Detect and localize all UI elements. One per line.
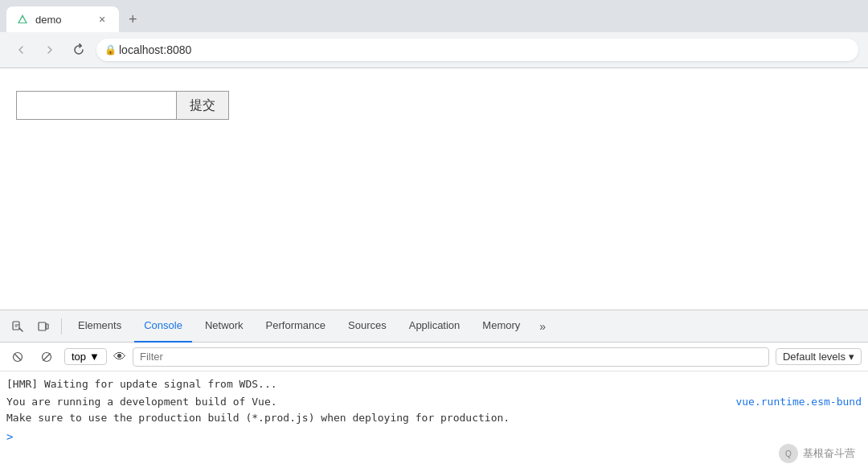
svg-rect-2	[13, 322, 19, 330]
svg-rect-4	[46, 324, 48, 329]
back-button[interactable]	[10, 39, 32, 61]
tab-close-button[interactable]: ×	[95, 12, 109, 27]
console-output: [HMR] Waiting for update signal from WDS…	[0, 371, 868, 448]
watermark-icon: Q	[779, 444, 798, 463]
tab-memory[interactable]: Memory	[473, 310, 530, 343]
devtools-panel: Elements Console Network Performance Sou…	[0, 310, 868, 448]
console-line-vue-warn: You are running a development build of V…	[0, 395, 868, 408]
page-content: 提交	[0, 68, 868, 310]
console-line-vue-warn-source[interactable]: vue.runtime.esm-bund	[735, 396, 862, 408]
submit-button[interactable]: 提交	[177, 91, 229, 120]
toolbar-separator	[61, 318, 62, 334]
eye-icon: 👁	[113, 350, 126, 364]
console-levels-selector[interactable]: Default levels ▾	[776, 348, 862, 365]
console-context-selector[interactable]: top ▼	[64, 348, 107, 365]
watermark: Q 基根奋斗营	[779, 444, 855, 463]
console-line-hmr: [HMR] Waiting for update signal from WDS…	[0, 375, 868, 395]
address-input[interactable]	[96, 39, 858, 61]
forward-button[interactable]	[39, 39, 61, 61]
tab-bar: demo × +	[0, 0, 868, 32]
console-block-button[interactable]	[35, 346, 58, 368]
tab-title: demo	[35, 14, 88, 26]
address-wrapper: 🔒	[96, 39, 858, 61]
svg-line-8	[43, 353, 51, 360]
browser-tab[interactable]: demo ×	[6, 6, 119, 32]
chevron-down-icon: ▼	[89, 351, 100, 363]
lock-icon: 🔒	[104, 44, 117, 55]
console-levels-label: Default levels	[783, 351, 845, 363]
prompt-icon: >	[6, 430, 13, 443]
tab-network[interactable]: Network	[195, 310, 253, 343]
console-filter-input[interactable]	[133, 347, 769, 367]
tab-favicon	[16, 13, 29, 26]
browser-chrome: demo × + 🔒	[0, 0, 868, 68]
tab-application[interactable]: Application	[399, 310, 470, 343]
svg-rect-3	[39, 322, 46, 330]
tab-console[interactable]: Console	[134, 310, 192, 343]
levels-arrow-icon: ▾	[849, 351, 854, 363]
form-area: 提交	[16, 91, 852, 120]
reload-button[interactable]	[68, 39, 90, 61]
inspect-element-button[interactable]	[6, 315, 29, 338]
console-line-prod-warn: Make sure to use the production build (*…	[0, 408, 868, 429]
tab-sources[interactable]: Sources	[338, 310, 396, 343]
watermark-text: 基根奋斗营	[803, 446, 855, 461]
text-input[interactable]	[16, 91, 177, 120]
console-toolbar: top ▼ 👁 Default levels ▾	[0, 343, 868, 371]
address-bar: 🔒	[0, 32, 868, 68]
devtools-more-button[interactable]: »	[533, 320, 552, 333]
console-clear-button[interactable]	[6, 346, 29, 368]
tab-performance[interactable]: Performance	[256, 310, 335, 343]
svg-line-6	[14, 354, 21, 360]
console-prompt[interactable]: >	[0, 429, 868, 445]
device-toggle-button[interactable]	[32, 315, 55, 338]
tab-elements[interactable]: Elements	[68, 310, 131, 343]
devtools-toolbar: Elements Console Network Performance Sou…	[0, 310, 868, 343]
new-tab-button[interactable]: +	[122, 8, 144, 31]
console-line-vue-warn-text: You are running a development build of V…	[6, 396, 277, 408]
console-context-label: top	[72, 351, 86, 363]
